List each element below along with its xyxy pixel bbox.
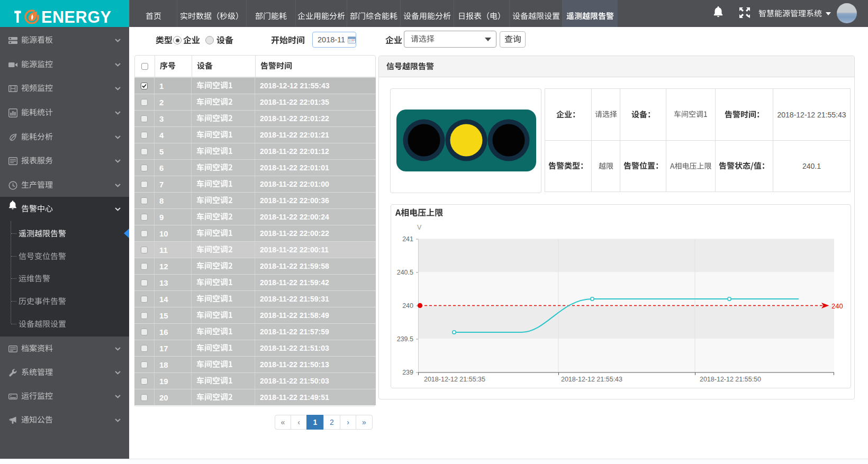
svg-text:2018-12-12 21:55:43: 2018-12-12 21:55:43 [561,376,622,383]
svg-text:239: 239 [402,369,413,376]
svg-text:2018-12-12 21:55:35: 2018-12-12 21:55:35 [424,376,485,383]
svg-text:240: 240 [402,302,413,310]
svg-text:240.5: 240.5 [397,269,413,276]
svg-text:V: V [417,224,422,231]
svg-text:239.5: 239.5 [397,335,413,343]
svg-text:240: 240 [831,302,843,310]
svg-text:2018-12-12 21:55:50: 2018-12-12 21:55:50 [700,376,761,383]
svg-text:ENERGY: ENERGY [41,8,111,24]
svg-text:241: 241 [402,235,413,243]
